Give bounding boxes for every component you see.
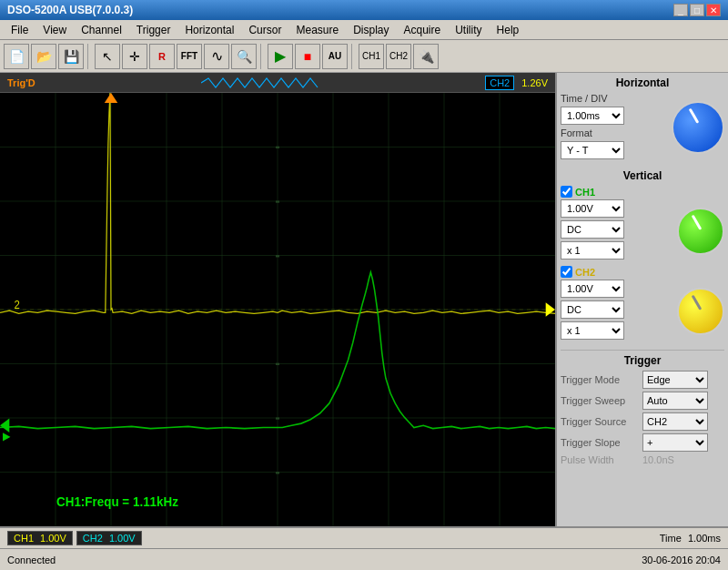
trigger-sweep-select[interactable]: Auto Normal Single <box>642 392 708 410</box>
ch2-trigger-badge: CH2 <box>485 76 514 90</box>
trigger-status-bar: Trig'D CH2 1.26V <box>0 73 555 93</box>
time-status-value: 1.00ms <box>688 533 721 544</box>
menu-channel[interactable]: Channel <box>74 22 129 38</box>
svg-rect-17 <box>276 147 279 148</box>
trigger-mode-label: Trigger Mode <box>561 374 642 385</box>
vertical-section: Vertical CH1 1.00V 500mV 2.00V <box>561 169 724 342</box>
trigger-voltage: 1.26V <box>521 77 548 88</box>
ch1-knob-indicator <box>692 214 703 229</box>
waveform-display[interactable]: 2 CH1:Frequ = 1.11kHz ▶ <box>0 93 555 526</box>
menu-horizontal[interactable]: Horizontal <box>177 22 241 38</box>
menu-bar: File View Channel Trigger Horizontal Cur… <box>0 20 728 40</box>
maximize-button[interactable]: □ <box>690 4 704 16</box>
horizontal-knob[interactable] <box>672 101 724 154</box>
play-button[interactable]: ▶ <box>268 44 293 69</box>
menu-cursor[interactable]: Cursor <box>241 22 288 38</box>
ch1-volts-select[interactable]: 1.00V 500mV 2.00V <box>561 199 624 218</box>
menu-file[interactable]: File <box>4 22 35 38</box>
trigger-source-row: Trigger Source CH1 CH2 EXT <box>561 412 724 431</box>
ref-button[interactable]: R <box>149 44 175 69</box>
ch2-knob[interactable] <box>677 288 724 335</box>
minimize-button[interactable]: _ <box>673 4 688 16</box>
trig-status: Trig'D <box>7 77 35 88</box>
vertical-title: Vertical <box>561 169 724 182</box>
ch1-knob[interactable] <box>677 208 724 255</box>
svg-text:▶: ▶ <box>3 429 12 441</box>
svg-rect-22 <box>276 472 279 473</box>
channel-status-bar: CH1 1.00V CH2 1.00V Time 1.00ms <box>0 526 728 548</box>
stop-button[interactable]: ■ <box>295 44 320 69</box>
ch2-probe-select[interactable]: x 1 x 10 x 100 <box>561 321 624 340</box>
horizontal-knob-row: Time / DIV 1.00ms 500us 2.00ms 5.00ms Fo… <box>561 93 724 162</box>
time-status-display: Time 1.00ms <box>660 533 721 544</box>
ch1-probe-row: x 1 x 10 x 100 <box>561 241 672 260</box>
format-label: Format <box>561 127 615 138</box>
menu-display[interactable]: Display <box>346 22 396 38</box>
trigger-slope-row: Trigger Slope + - <box>561 433 724 452</box>
ch1-knob-row: 1.00V 500mV 2.00V DC AC GND <box>561 199 724 262</box>
trigger-mode-row: Trigger Mode Edge Pulse Video <box>561 371 724 389</box>
ch1-coupling-select[interactable]: DC AC GND <box>561 220 624 239</box>
menu-help[interactable]: Help <box>490 22 527 38</box>
time-div-select[interactable]: 1.00ms 500us 2.00ms 5.00ms <box>561 107 624 125</box>
time-div-label: Time / DIV <box>561 93 615 104</box>
window-controls: _ □ ✕ <box>673 4 721 16</box>
format-select[interactable]: Y - T X - Y <box>561 141 624 159</box>
ch1-label: CH1 <box>575 187 595 198</box>
ch2-checkbox[interactable] <box>561 266 572 278</box>
ch2-toggle[interactable]: CH2 <box>386 44 411 69</box>
ch2-label: CH2 <box>575 267 595 278</box>
horizontal-title: Horizontal <box>561 76 724 89</box>
menu-view[interactable]: View <box>35 22 74 38</box>
ch2-checkbox-row: CH2 <box>561 266 724 278</box>
zoom-button[interactable]: 🔍 <box>231 44 257 69</box>
trigger-slope-select[interactable]: + - <box>642 433 708 452</box>
svg-rect-21 <box>276 417 279 419</box>
ch2-coupling-row: DC AC GND <box>561 300 672 319</box>
math-button[interactable]: ∿ <box>204 44 229 69</box>
app-title: DSO-5200A USB(7.0.0.3) <box>7 4 133 16</box>
usb-button[interactable]: 🔌 <box>413 44 439 69</box>
status-bar: Connected 30-06-2016 20:04 <box>0 548 728 570</box>
trigger-slope-label: Trigger Slope <box>561 437 642 448</box>
main-content: Trig'D CH2 1.26V <box>0 73 728 526</box>
trigger-source-label: Trigger Source <box>561 416 642 427</box>
trigger-mode-select[interactable]: Edge Pulse Video <box>642 371 708 389</box>
connection-status: Connected <box>7 555 56 565</box>
ch1-checkbox-row: CH1 <box>561 186 724 198</box>
horizontal-controls: Time / DIV 1.00ms 500us 2.00ms 5.00ms Fo… <box>561 93 666 162</box>
ch1-toggle[interactable]: CH1 <box>359 44 384 69</box>
time-div-row: Time / DIV <box>561 93 666 104</box>
close-button[interactable]: ✕ <box>706 4 721 16</box>
trigger-section: Trigger Trigger Mode Edge Pulse Video Tr… <box>561 350 724 465</box>
ch2-status-label: CH2 <box>83 533 103 544</box>
ch1-coupling-row: DC AC GND <box>561 220 672 239</box>
ch2-probe-row: x 1 x 10 x 100 <box>561 321 672 340</box>
ch1-checkbox[interactable] <box>561 186 572 198</box>
ch1-controls: 1.00V 500mV 2.00V DC AC GND <box>561 199 672 262</box>
trigger-source-select[interactable]: CH1 CH2 EXT <box>642 412 708 431</box>
open-button[interactable]: 📂 <box>31 44 56 69</box>
fft-button[interactable]: FFT <box>177 44 202 69</box>
cursor-arrow[interactable]: ↖ <box>95 44 120 69</box>
menu-trigger[interactable]: Trigger <box>129 22 178 38</box>
pulse-width-row: Pulse Width 10.0nS <box>561 454 724 465</box>
menu-acquire[interactable]: Acquire <box>397 22 449 38</box>
save-button[interactable]: 💾 <box>58 44 84 69</box>
title-bar: DSO-5200A USB(7.0.0.3) _ □ ✕ <box>0 0 728 20</box>
toolbar: 📄 📂 💾 ↖ ✛ R FFT ∿ 🔍 ▶ ■ AU CH1 CH2 🔌 <box>0 40 728 73</box>
toolbar-separator-3 <box>351 44 355 69</box>
ch1-probe-select[interactable]: x 1 x 10 x 100 <box>561 241 624 260</box>
right-panel: Horizontal Time / DIV 1.00ms 500us 2.00m… <box>555 73 728 526</box>
trigger-title: Trigger <box>561 354 724 367</box>
time-div-select-row: 1.00ms 500us 2.00ms 5.00ms <box>561 107 666 125</box>
menu-measure[interactable]: Measure <box>288 22 346 38</box>
ch2-volts-select[interactable]: 1.00V 500mV 2.00V <box>561 280 624 298</box>
pulse-width-label: Pulse Width <box>561 454 642 465</box>
trigger-sweep-row: Trigger Sweep Auto Normal Single <box>561 392 724 410</box>
new-button[interactable]: 📄 <box>4 44 29 69</box>
cursor-cross[interactable]: ✛ <box>122 44 147 69</box>
ch2-coupling-select[interactable]: DC AC GND <box>561 300 624 319</box>
menu-utility[interactable]: Utility <box>448 22 489 38</box>
auto-button[interactable]: AU <box>322 44 348 69</box>
